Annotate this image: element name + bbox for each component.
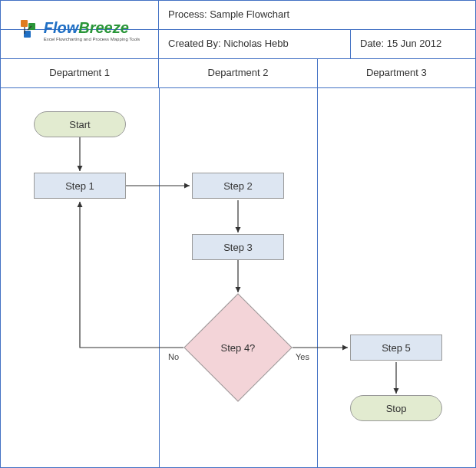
start-terminator: Start: [34, 111, 126, 137]
logo-text: FlowBreeze Excel Flowcharting and Proces…: [44, 19, 140, 41]
process-label: Process: Sample Flowchart: [159, 1, 475, 29]
step-4-label: Step 4?: [221, 341, 256, 353]
swimlane-divider-2: [317, 88, 318, 467]
svg-rect-1: [28, 23, 35, 30]
department-2-header: Department 2: [159, 59, 317, 87]
logo-icon: [19, 18, 39, 41]
step-3-box: Step 3: [192, 234, 284, 260]
created-by-label: Created By: Nicholas Hebb: [159, 30, 351, 58]
stop-label: Stop: [386, 403, 407, 414]
step-1-box: Step 1: [34, 173, 126, 199]
step-2-label: Step 2: [223, 180, 253, 192]
logo-title: FlowBreeze: [44, 19, 140, 37]
svg-rect-0: [21, 20, 28, 27]
flowchart-canvas: Start Step 1 Step 2 Step 3 Step 4? Step …: [1, 88, 475, 467]
step-2-box: Step 2: [192, 173, 284, 199]
logo-cell: FlowBreeze Excel Flowcharting and Proces…: [1, 1, 159, 59]
start-label: Start: [69, 119, 90, 130]
date-label: Date: 15 Jun 2012: [351, 30, 475, 58]
edge-yes-label: Yes: [296, 352, 309, 361]
department-header-row: Department 1 Department 2 Department 3: [1, 59, 475, 88]
step-4-decision: Step 4?: [184, 294, 292, 401]
step-3-label: Step 3: [223, 242, 253, 253]
logo-title-breeze: Breeze: [78, 19, 129, 36]
department-3-header: Department 3: [318, 59, 475, 87]
department-1-header: Department 1: [1, 59, 159, 87]
flowbreeze-logo: FlowBreeze Excel Flowcharting and Proces…: [19, 18, 140, 41]
step-5-box: Step 5: [350, 335, 442, 361]
step-5-label: Step 5: [382, 342, 411, 354]
edge-no-label: No: [168, 352, 179, 361]
swimlane-divider-1: [159, 88, 160, 467]
step-1-label: Step 1: [65, 180, 94, 192]
stop-terminator: Stop: [350, 395, 442, 421]
flowchart-container: FlowBreeze Excel Flowcharting and Proces…: [0, 0, 476, 468]
logo-title-flow: Flow: [44, 19, 79, 36]
logo-subtitle: Excel Flowcharting and Process Mapping T…: [44, 37, 140, 41]
